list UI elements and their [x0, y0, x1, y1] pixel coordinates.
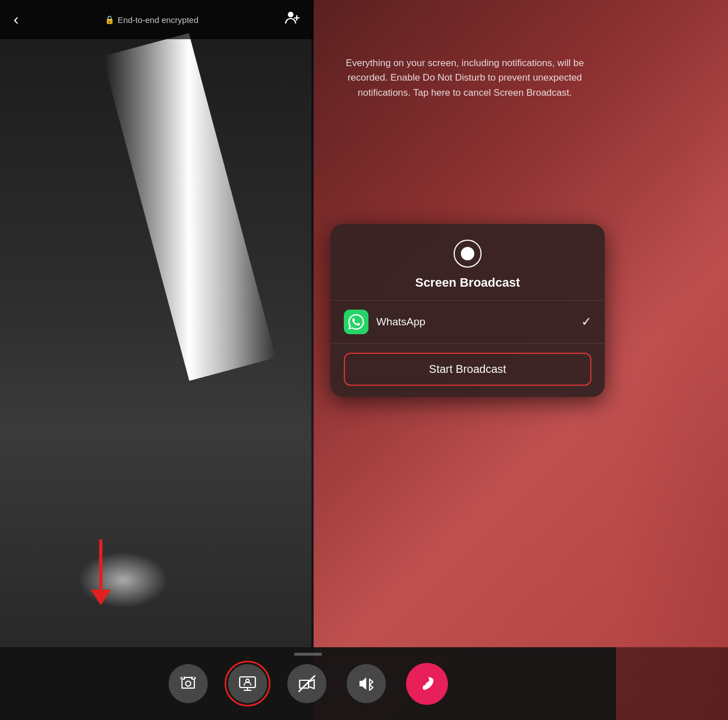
back-button[interactable]: ‹: [13, 11, 18, 29]
screen-share-button[interactable]: [228, 664, 267, 703]
selected-checkmark: ✓: [581, 315, 591, 329]
svg-point-3: [185, 681, 190, 686]
add-participant-button[interactable]: [284, 10, 300, 29]
svg-point-0: [288, 12, 293, 17]
svg-marker-9: [360, 677, 366, 690]
app-row[interactable]: WhatsApp ✓: [330, 301, 605, 344]
arrow-shaft: [99, 539, 102, 590]
end-call-button[interactable]: [406, 663, 448, 705]
modal-title: Screen Broadcast: [344, 275, 591, 290]
arrow-head: [91, 590, 111, 605]
start-broadcast-button[interactable]: Start Broadcast: [344, 353, 591, 386]
divider: [311, 0, 314, 720]
encrypted-text: End-to-end encrypted: [118, 15, 198, 25]
camera-flip-button[interactable]: [169, 664, 208, 703]
record-dot: [461, 247, 474, 260]
arrow-annotation: [91, 539, 111, 605]
svg-line-8: [299, 676, 315, 691]
screen-broadcast-modal: Screen Broadcast WhatsApp ✓ Start Broadc…: [330, 224, 605, 397]
right-bottom-bg: [616, 647, 728, 720]
info-text: Everything on your screen, including not…: [330, 56, 599, 100]
encrypted-label: 🔒 End-to-end encrypted: [105, 15, 198, 25]
whatsapp-app-icon: [344, 310, 368, 334]
lock-icon: 🔒: [105, 15, 114, 24]
toolbar-handle: [294, 653, 322, 656]
audio-button[interactable]: [347, 664, 386, 703]
modal-header: Screen Broadcast: [330, 224, 605, 301]
app-name-label: WhatsApp: [376, 316, 573, 328]
bottom-toolbar: [0, 647, 616, 720]
record-icon: [454, 240, 482, 268]
video-off-button[interactable]: [287, 664, 326, 703]
top-bar: ‹ 🔒 End-to-end encrypted: [0, 0, 314, 39]
